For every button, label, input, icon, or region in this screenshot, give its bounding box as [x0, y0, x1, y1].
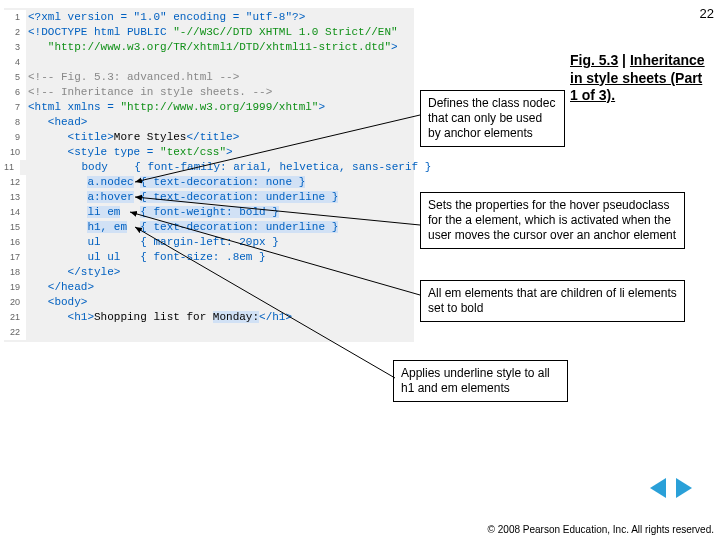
- code-l18: </style>: [26, 265, 414, 280]
- code-l20: <body>: [26, 295, 414, 310]
- code-l9: <title>More Styles</title>: [26, 130, 414, 145]
- code-l8: <head>: [26, 115, 414, 130]
- code-l11: body { font-family: arial, helvetica, sa…: [20, 160, 431, 175]
- figure-caption: Fig. 5.3 | Inheritance in style sheets (…: [570, 52, 710, 105]
- page-number: 22: [700, 6, 714, 21]
- prev-slide-button[interactable]: [650, 478, 666, 498]
- copyright: © 2008 Pearson Education, Inc. All right…: [488, 524, 714, 536]
- code-l19: </head>: [26, 280, 414, 295]
- code-l17: ul ul { font-size: .8em }: [26, 250, 414, 265]
- code-l6: <!-- Inheritance in style sheets. -->: [26, 85, 414, 100]
- callout-hover: Sets the properties for the hover pseudo…: [420, 192, 685, 249]
- callout-liem: All em elements that are children of li …: [420, 280, 685, 322]
- callout-nodec: Defines the class nodec that can only be…: [420, 90, 565, 147]
- code-l15: h1, em { text-decoration: underline }: [26, 220, 414, 235]
- code-l13: a:hover { text-decoration: underline }: [26, 190, 414, 205]
- code-l16: ul { margin-left: 20px }: [26, 235, 414, 250]
- nav-arrows: [650, 478, 692, 498]
- callout-h1em: Applies underline style to all h1 and em…: [393, 360, 568, 402]
- code-l10: <style type = "text/css">: [26, 145, 414, 160]
- code-l14: li em { font-weight: bold }: [26, 205, 414, 220]
- code-listing: 1<?xml version = "1.0" encoding = "utf-8…: [4, 8, 414, 342]
- code-l5: <!-- Fig. 5.3: advanced.html -->: [26, 70, 414, 85]
- next-slide-button[interactable]: [676, 478, 692, 498]
- code-l12: a.nodec { text-decoration: none }: [26, 175, 414, 190]
- code-l21: <h1>Shopping list for Monday:</h1>: [26, 310, 414, 325]
- code-l2: <!DOCTYPE html PUBLIC "-//W3C//DTD XHTML…: [26, 25, 414, 40]
- code-l3: "http://www.w3.org/TR/xhtml1/DTD/xhtml11…: [26, 40, 414, 55]
- code-l1: <?xml version = "1.0" encoding = "utf-8"…: [26, 10, 414, 25]
- code-l7: <html xmlns = "http://www.w3.org/1999/xh…: [26, 100, 414, 115]
